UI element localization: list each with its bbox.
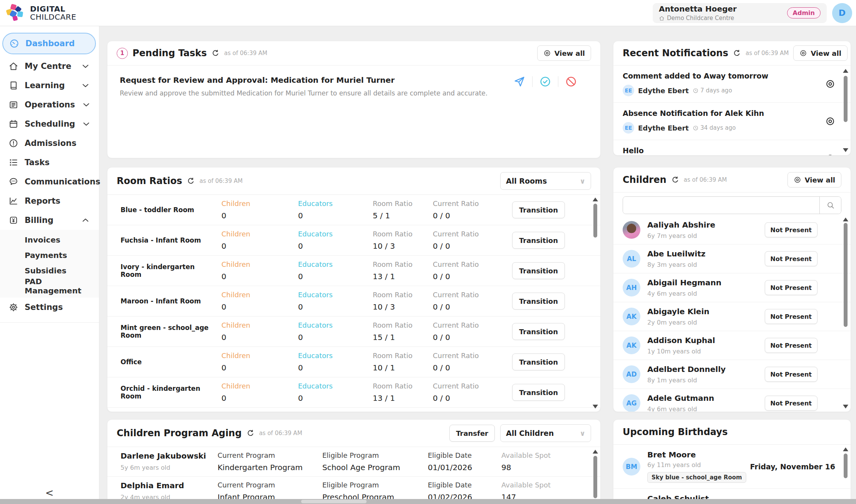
scroll-up-arrow[interactable] (843, 447, 848, 451)
scrollbar[interactable] (843, 218, 849, 409)
scroll-thumb[interactable] (844, 76, 848, 122)
transition-button[interactable]: Transition (512, 201, 565, 218)
scrollbar[interactable] (843, 447, 849, 501)
scroll-thumb[interactable] (593, 456, 597, 498)
scrollbar[interactable] (592, 450, 598, 501)
sidebar-collapse-button[interactable]: < (0, 487, 99, 499)
current-ratio-label: Current Ratio (433, 260, 479, 268)
refresh-icon[interactable] (187, 177, 195, 185)
user-centre-name: Demo Childcare Centre (667, 15, 734, 22)
sidebar-item-my-centre[interactable]: My Centre (0, 57, 99, 76)
room-name: Blue - toddler Room (121, 206, 221, 214)
view-notification-icon[interactable] (825, 116, 835, 126)
educators-label: Educators (298, 382, 373, 390)
reject-task-icon[interactable] (565, 75, 577, 88)
children-filter-select[interactable]: All Children ∨ (500, 424, 591, 442)
transition-button[interactable]: Transition (512, 293, 565, 310)
room-row: Mint green - school_age Room Children 0 … (107, 316, 600, 347)
transfer-button[interactable]: Transfer (449, 425, 495, 442)
view-all-label: View all (554, 49, 585, 57)
eligible-program-label: Eligible Program (322, 481, 428, 489)
child-age: 4y 6m years old (647, 405, 714, 412)
eye-icon (543, 49, 551, 57)
view-notification-icon[interactable] (825, 79, 835, 89)
child-list-item[interactable]: AG Adele Gutmann 4y 6m years old Not Pre… (613, 388, 851, 412)
child-list-item[interactable]: AD Adelbert Donnelly 8y 1m years old Not… (613, 360, 851, 388)
child-list-item[interactable]: Aaliyah Abshire 6y 7m years old Not Pres… (613, 216, 851, 244)
sidebar-item-scheduling[interactable]: Scheduling (0, 114, 99, 134)
sidebar-item-operations[interactable]: Operations (0, 95, 99, 114)
room-filter-select[interactable]: All Rooms ∨ (500, 172, 591, 190)
scroll-down-arrow[interactable] (593, 405, 598, 409)
horizontal-scrollbar[interactable] (0, 499, 856, 504)
scroll-thumb[interactable] (844, 454, 848, 478)
sidebar-item-invoices[interactable]: Invoices (0, 232, 99, 248)
sidebar-item-subsidies[interactable]: Subsidies (0, 263, 99, 278)
room-row: Pink - toddler Room Children Educators R… (107, 407, 600, 412)
sidebar-item-settings[interactable]: Settings (0, 298, 99, 317)
view-all-button[interactable]: View all (787, 172, 841, 188)
view-all-button[interactable]: View all (537, 45, 591, 61)
transition-button[interactable]: Transition (512, 232, 565, 249)
transition-button[interactable]: Transition (512, 262, 565, 279)
sidebar-item-payments[interactable]: Payments (0, 248, 99, 263)
transition-button[interactable]: Transition (512, 323, 565, 340)
scroll-down-arrow[interactable] (843, 405, 848, 409)
scrollbar[interactable] (843, 69, 849, 152)
available-spot-value: 98 (501, 463, 551, 472)
sidebar-item-reports[interactable]: Reports (0, 191, 99, 211)
available-spot-label: Available Spot (501, 451, 551, 459)
child-list-item[interactable]: AK Abigayle Klein 2y 0m years old Not Pr… (613, 302, 851, 331)
scroll-thumb[interactable] (844, 223, 848, 327)
approve-task-icon[interactable] (539, 75, 551, 88)
room-ratio-value: 13 / 1 (373, 393, 433, 403)
search-button[interactable] (819, 197, 841, 214)
sidebar-item-learning[interactable]: Learning (0, 76, 99, 95)
refresh-icon[interactable] (671, 176, 679, 184)
sidebar-item-tasks[interactable]: Tasks (0, 153, 99, 172)
chevron-down-icon (81, 100, 91, 110)
user-avatar[interactable]: D (832, 3, 852, 23)
birthday-date: Friday, November 16 (750, 462, 835, 471)
room-name: Mint green - school_age Room (121, 324, 221, 339)
room-row: Blue - toddler Room Children 0 Educators… (107, 195, 600, 225)
scrollbar[interactable] (592, 198, 598, 409)
sidebar-item-admissions[interactable]: Admissions (0, 134, 99, 153)
sidebar-item-communications[interactable]: Communications (0, 172, 99, 191)
board-icon (8, 100, 18, 110)
scroll-up-arrow[interactable] (593, 450, 598, 454)
sidebar-item-billing[interactable]: Billing (0, 211, 99, 230)
user-chip[interactable]: Antonetta Hoeger Demo Childcare Centre A… (653, 3, 827, 23)
book-icon (8, 80, 18, 90)
sidebar-item-pad-management[interactable]: PAD Management (0, 278, 99, 294)
refresh-icon[interactable] (246, 429, 255, 437)
scroll-up-arrow[interactable] (843, 69, 848, 73)
transition-button[interactable]: Transition (512, 353, 565, 370)
as-of-timestamp: as of 06:39 AM (745, 50, 789, 57)
children-count: 0 (221, 333, 298, 342)
scroll-down-arrow[interactable] (843, 148, 848, 152)
scroll-thumb[interactable] (301, 500, 367, 503)
sidebar-item-dashboard[interactable]: Dashboard (2, 33, 96, 54)
room-list: Blue - toddler Room Children 0 Educators… (107, 195, 600, 412)
transition-button[interactable]: Transition (512, 384, 565, 401)
scroll-up-arrow[interactable] (843, 218, 848, 221)
educators-count: 0 (298, 241, 373, 251)
child-list-item[interactable]: AK Addison Kuphal 1y 10m years old Not P… (613, 331, 851, 360)
presence-status-badge: Not Present (765, 251, 817, 266)
line-chart-icon (8, 196, 18, 206)
chevron-down-icon (81, 119, 91, 129)
notification-row: Hello EE Edythe Ebert 35 days ago (613, 140, 851, 156)
children-label: Children (221, 230, 298, 238)
scroll-up-arrow[interactable] (593, 198, 598, 201)
scroll-thumb[interactable] (593, 204, 597, 238)
search-input[interactable] (623, 197, 819, 214)
refresh-icon[interactable] (733, 49, 741, 57)
view-all-button[interactable]: View all (793, 45, 847, 61)
refresh-icon[interactable] (211, 49, 219, 57)
child-name: Aaliyah Abshire (647, 220, 715, 229)
child-list-item[interactable]: AL Abe Lueilwitz 8y 3m years old Not Pre… (613, 244, 851, 273)
send-task-icon[interactable] (513, 75, 526, 88)
child-list-item[interactable]: AH Abigail Hegmann 4y 6m years old Not P… (613, 273, 851, 302)
view-notification-icon[interactable] (825, 154, 835, 156)
